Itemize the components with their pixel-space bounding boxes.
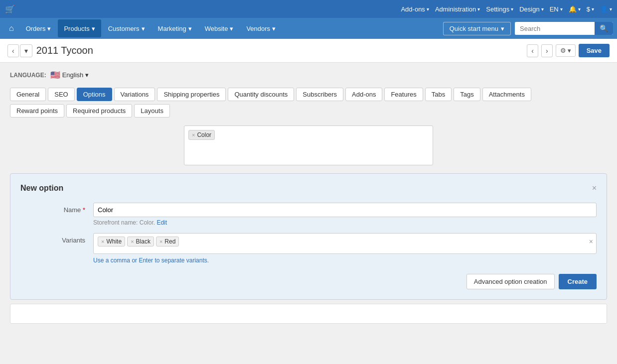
top-bar: 🛒 Add-ons ▾ Administration ▾ Settings ▾ … [0,0,617,18]
vendors-nav[interactable]: Vendors ▾ [240,19,282,37]
name-input[interactable] [93,203,597,217]
new-option-panel: New option × Name * Storefront name: Col… [10,173,607,300]
nav-bar: ⌂ Orders ▾ Products ▾ Customers ▾ Market… [0,18,617,39]
tab-tabs[interactable]: Tabs [425,88,452,101]
language-label: LANGUAGE: [10,72,46,79]
gear-icon: ⚙ [560,47,566,54]
color-tag-area: × Color [184,125,433,165]
language-row: LANGUAGE: 🇺🇸 English ▾ [10,70,607,80]
prev-record-button[interactable]: ‹ [527,44,538,57]
language-caret: ▾ [85,71,89,79]
variant-red[interactable]: × Red [156,237,179,246]
notifications-btn[interactable]: 🔔 ▾ [569,5,581,13]
search-input[interactable] [515,22,595,35]
tabs-row-2: Reward points Required products Layouts [10,104,607,118]
administration-menu[interactable]: Administration ▾ [435,5,480,13]
nav-right: Quick start menu ▾ 🔍 [443,22,613,35]
edit-storefront-link[interactable]: Edit [156,219,167,226]
variants-hint: Use a comma or Enter to separate variant… [93,257,597,264]
tab-attachments[interactable]: Attachments [482,88,531,101]
panel-footer: Advanced option creation Create [20,274,597,289]
variant-black-remove[interactable]: × [131,239,134,244]
next-record-button[interactable]: › [541,44,553,57]
settings-caret: ▾ [511,6,513,12]
create-button[interactable]: Create [559,274,597,289]
search-icon: 🔍 [600,24,608,32]
cart-icon[interactable]: 🛒 [5,4,15,14]
variants-label: Variants [20,233,85,244]
name-field: Storefront name: Color. Edit [93,203,597,226]
tab-seo[interactable]: SEO [48,88,74,101]
color-tag-remove[interactable]: × [192,132,195,138]
variants-field: × White × Black × Red × Use a comma [93,233,597,264]
gear-button[interactable]: ⚙ ▾ [556,44,576,57]
design-caret: ▾ [541,6,544,12]
products-nav[interactable]: Products ▾ [58,19,101,37]
variant-black[interactable]: × Black [127,237,154,246]
top-bar-left: 🛒 [5,4,15,14]
new-option-close[interactable]: × [592,184,597,193]
administration-caret: ▾ [477,6,480,12]
user-icon: 👤 [600,5,608,13]
save-button[interactable]: Save [579,44,610,57]
variant-white[interactable]: × White [98,237,125,246]
bell-icon: 🔔 [569,5,577,13]
variants-row: Variants × White × Black × Red × [20,233,597,264]
marketing-caret: ▾ [188,25,192,32]
user-btn[interactable]: 👤 ▾ [600,5,612,13]
nav-dropdown-button[interactable]: ▾ [20,44,32,57]
variants-container[interactable]: × White × Black × Red × [93,233,597,254]
quick-start-button[interactable]: Quick start menu ▾ [443,22,511,35]
content-area: LANGUAGE: 🇺🇸 English ▾ General SEO Optio… [0,63,617,331]
title-actions: ‹ › ⚙ ▾ Save [527,44,610,57]
tab-tags[interactable]: Tags [454,88,480,101]
flag-icon: 🇺🇸 [50,70,60,80]
tab-layouts[interactable]: Layouts [134,104,170,118]
title-bar: ‹ ▾ 2011 Tycoon ‹ › ⚙ ▾ Save [0,39,617,63]
back-button[interactable]: ‹ [7,44,19,57]
customers-nav[interactable]: Customers ▾ [102,19,151,37]
language-selected: English [62,71,84,79]
tab-general[interactable]: General [10,88,46,101]
variants-clear[interactable]: × [589,238,593,245]
tab-quantity[interactable]: Quantity discounts [228,88,294,101]
search-button[interactable]: 🔍 [595,22,613,35]
top-bar-right: Add-ons ▾ Administration ▾ Settings ▾ De… [401,5,612,13]
advanced-option-creation-button[interactable]: Advanced option creation [466,274,555,289]
gear-caret: ▾ [568,47,571,54]
customers-caret: ▾ [142,25,145,32]
language-menu[interactable]: EN ▾ [550,5,563,13]
website-nav[interactable]: Website ▾ [199,19,240,37]
title-nav: ‹ ▾ [7,44,32,57]
tab-reward[interactable]: Reward points [10,104,64,118]
home-icon: ⌂ [9,24,14,33]
tab-features[interactable]: Features [384,88,423,101]
tab-options[interactable]: Options [77,88,112,101]
color-tag[interactable]: × Color [188,130,215,140]
website-caret: ▾ [230,25,233,32]
tab-required[interactable]: Required products [66,104,132,118]
tab-addons[interactable]: Add-ons [345,88,382,101]
products-caret: ▾ [92,25,95,32]
tab-subscribers[interactable]: Subscribers [296,88,343,101]
tab-shipping[interactable]: Shipping properties [157,88,226,101]
settings-menu[interactable]: Settings ▾ [486,5,513,13]
marketing-nav[interactable]: Marketing ▾ [152,19,198,37]
orders-nav[interactable]: Orders ▾ [20,19,57,37]
vendors-caret: ▾ [272,25,276,32]
variant-white-remove[interactable]: × [101,239,104,244]
new-option-header: New option × [20,184,597,193]
page-title: 2011 Tycoon [36,45,523,56]
addons-menu[interactable]: Add-ons ▾ [401,5,429,13]
storefront-hint: Storefront name: Color. Edit [93,219,597,226]
design-menu[interactable]: Design ▾ [519,5,543,13]
language-caret: ▾ [560,6,563,12]
home-button[interactable]: ⌂ [4,19,19,37]
language-selector[interactable]: 🇺🇸 English ▾ [50,70,89,80]
currency-btn[interactable]: $ ▾ [587,5,594,13]
tab-variations[interactable]: Variations [114,88,155,101]
variant-red-remove[interactable]: × [159,239,162,244]
required-star: * [83,206,85,214]
bottom-panel [10,304,607,324]
tabs-row-1: General SEO Options Variations Shipping … [10,88,607,101]
